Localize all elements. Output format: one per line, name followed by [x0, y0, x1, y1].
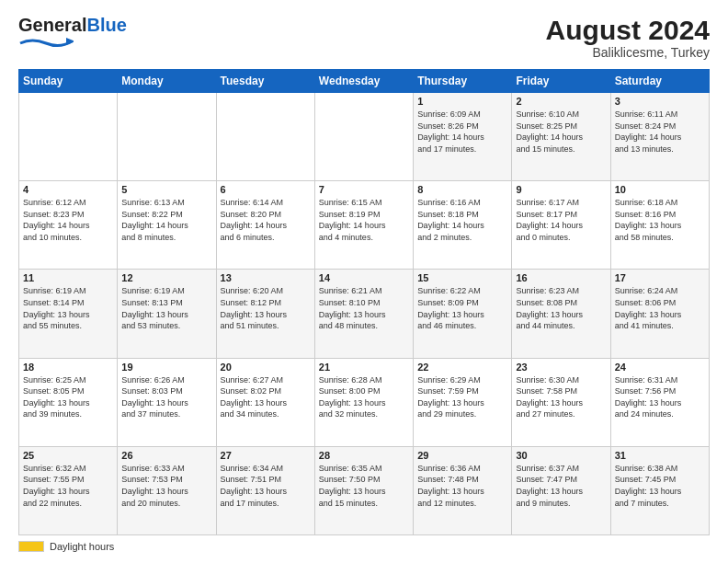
- day-number: 13: [221, 272, 311, 283]
- day-number: 21: [319, 362, 409, 373]
- footer-label: Daylight hours: [50, 541, 114, 552]
- day-info: Sunrise: 6:29 AM Sunset: 7:59 PM Dayligh…: [417, 374, 507, 420]
- table-row: 9Sunrise: 6:17 AM Sunset: 8:17 PM Daylig…: [512, 181, 610, 270]
- table-row: [216, 93, 314, 181]
- table-row: 14Sunrise: 6:21 AM Sunset: 8:10 PM Dayli…: [314, 270, 413, 358]
- table-row: 10Sunrise: 6:18 AM Sunset: 8:16 PM Dayli…: [610, 181, 709, 270]
- day-number: 26: [121, 450, 211, 461]
- day-number: 8: [417, 184, 507, 195]
- day-info: Sunrise: 6:12 AM Sunset: 8:23 PM Dayligh…: [23, 197, 113, 243]
- table-row: [118, 93, 216, 181]
- day-number: 9: [516, 184, 606, 195]
- day-info: Sunrise: 6:36 AM Sunset: 7:48 PM Dayligh…: [417, 463, 507, 509]
- col-tuesday: Tuesday: [216, 70, 314, 93]
- day-info: Sunrise: 6:33 AM Sunset: 7:53 PM Dayligh…: [121, 463, 211, 509]
- col-thursday: Thursday: [414, 70, 512, 93]
- day-number: 17: [615, 272, 705, 283]
- day-info: Sunrise: 6:34 AM Sunset: 7:51 PM Dayligh…: [221, 463, 311, 509]
- table-row: 12Sunrise: 6:19 AM Sunset: 8:13 PM Dayli…: [118, 270, 216, 358]
- calendar-week-1: 1Sunrise: 6:09 AM Sunset: 8:26 PM Daylig…: [19, 93, 710, 181]
- day-info: Sunrise: 6:11 AM Sunset: 8:24 PM Dayligh…: [615, 109, 705, 155]
- header: GeneralBlue August 2024 Baliklicesme, Tu…: [18, 15, 710, 60]
- table-row: 5Sunrise: 6:13 AM Sunset: 8:22 PM Daylig…: [118, 181, 216, 270]
- day-number: 31: [615, 450, 705, 461]
- table-row: 28Sunrise: 6:35 AM Sunset: 7:50 PM Dayli…: [314, 446, 413, 534]
- table-row: [19, 93, 118, 181]
- day-info: Sunrise: 6:19 AM Sunset: 8:13 PM Dayligh…: [121, 285, 211, 331]
- day-number: 11: [23, 272, 113, 283]
- table-row: 25Sunrise: 6:32 AM Sunset: 7:55 PM Dayli…: [19, 446, 118, 534]
- day-info: Sunrise: 6:37 AM Sunset: 7:47 PM Dayligh…: [516, 463, 606, 509]
- day-number: 25: [23, 450, 113, 461]
- day-number: 1: [417, 96, 507, 107]
- table-row: 3Sunrise: 6:11 AM Sunset: 8:24 PM Daylig…: [610, 93, 709, 181]
- logo-text: GeneralBlue: [18, 15, 127, 35]
- day-number: 6: [221, 184, 311, 195]
- table-row: 11Sunrise: 6:19 AM Sunset: 8:14 PM Dayli…: [19, 270, 118, 358]
- day-info: Sunrise: 6:25 AM Sunset: 8:05 PM Dayligh…: [23, 374, 113, 420]
- calendar-week-4: 18Sunrise: 6:25 AM Sunset: 8:05 PM Dayli…: [19, 358, 710, 446]
- day-number: 28: [319, 450, 409, 461]
- calendar-header-row: Sunday Monday Tuesday Wednesday Thursday…: [19, 70, 710, 93]
- day-number: 27: [221, 450, 311, 461]
- day-number: 5: [121, 184, 211, 195]
- table-row: 29Sunrise: 6:36 AM Sunset: 7:48 PM Dayli…: [414, 446, 512, 534]
- day-number: 16: [516, 272, 606, 283]
- table-row: 31Sunrise: 6:38 AM Sunset: 7:45 PM Dayli…: [610, 446, 709, 534]
- col-wednesday: Wednesday: [314, 70, 413, 93]
- table-row: 30Sunrise: 6:37 AM Sunset: 7:47 PM Dayli…: [512, 446, 610, 534]
- table-row: 27Sunrise: 6:34 AM Sunset: 7:51 PM Dayli…: [216, 446, 314, 534]
- day-number: 20: [221, 362, 311, 373]
- calendar-week-2: 4Sunrise: 6:12 AM Sunset: 8:23 PM Daylig…: [19, 181, 710, 270]
- day-info: Sunrise: 6:17 AM Sunset: 8:17 PM Dayligh…: [516, 197, 606, 243]
- day-info: Sunrise: 6:16 AM Sunset: 8:18 PM Dayligh…: [417, 197, 507, 243]
- table-row: 16Sunrise: 6:23 AM Sunset: 8:08 PM Dayli…: [512, 270, 610, 358]
- day-number: 15: [417, 272, 507, 283]
- table-row: 18Sunrise: 6:25 AM Sunset: 8:05 PM Dayli…: [19, 358, 118, 446]
- day-info: Sunrise: 6:21 AM Sunset: 8:10 PM Dayligh…: [319, 285, 409, 331]
- day-info: Sunrise: 6:26 AM Sunset: 8:03 PM Dayligh…: [121, 374, 211, 420]
- table-row: 21Sunrise: 6:28 AM Sunset: 8:00 PM Dayli…: [314, 358, 413, 446]
- day-number: 23: [516, 362, 606, 373]
- title-block: August 2024 Baliklicesme, Turkey: [546, 15, 710, 60]
- day-info: Sunrise: 6:38 AM Sunset: 7:45 PM Dayligh…: [615, 463, 705, 509]
- table-row: 1Sunrise: 6:09 AM Sunset: 8:26 PM Daylig…: [414, 93, 512, 181]
- day-info: Sunrise: 6:10 AM Sunset: 8:25 PM Dayligh…: [516, 109, 606, 155]
- day-number: 4: [23, 184, 113, 195]
- day-number: 2: [516, 96, 606, 107]
- day-info: Sunrise: 6:15 AM Sunset: 8:19 PM Dayligh…: [319, 197, 409, 243]
- table-row: 15Sunrise: 6:22 AM Sunset: 8:09 PM Dayli…: [414, 270, 512, 358]
- logo: GeneralBlue: [18, 15, 127, 54]
- table-row: 20Sunrise: 6:27 AM Sunset: 8:02 PM Dayli…: [216, 358, 314, 446]
- table-row: 26Sunrise: 6:33 AM Sunset: 7:53 PM Dayli…: [118, 446, 216, 534]
- table-row: 22Sunrise: 6:29 AM Sunset: 7:59 PM Dayli…: [414, 358, 512, 446]
- col-friday: Friday: [512, 70, 610, 93]
- footer: Daylight hours: [18, 541, 710, 552]
- day-number: 18: [23, 362, 113, 373]
- table-row: 24Sunrise: 6:31 AM Sunset: 7:56 PM Dayli…: [610, 358, 709, 446]
- day-info: Sunrise: 6:09 AM Sunset: 8:26 PM Dayligh…: [417, 109, 507, 155]
- day-info: Sunrise: 6:27 AM Sunset: 8:02 PM Dayligh…: [221, 374, 311, 420]
- table-row: 13Sunrise: 6:20 AM Sunset: 8:12 PM Dayli…: [216, 270, 314, 358]
- table-row: [314, 93, 413, 181]
- day-info: Sunrise: 6:18 AM Sunset: 8:16 PM Dayligh…: [615, 197, 705, 243]
- col-sunday: Sunday: [19, 70, 118, 93]
- day-number: 14: [319, 272, 409, 283]
- month-year: August 2024: [546, 15, 710, 45]
- day-number: 3: [615, 96, 705, 107]
- location: Baliklicesme, Turkey: [546, 45, 710, 60]
- day-info: Sunrise: 6:32 AM Sunset: 7:55 PM Dayligh…: [23, 463, 113, 509]
- table-row: 19Sunrise: 6:26 AM Sunset: 8:03 PM Dayli…: [118, 358, 216, 446]
- day-info: Sunrise: 6:31 AM Sunset: 7:56 PM Dayligh…: [615, 374, 705, 420]
- day-number: 19: [121, 362, 211, 373]
- table-row: 2Sunrise: 6:10 AM Sunset: 8:25 PM Daylig…: [512, 93, 610, 181]
- day-info: Sunrise: 6:35 AM Sunset: 7:50 PM Dayligh…: [319, 463, 409, 509]
- table-row: 23Sunrise: 6:30 AM Sunset: 7:58 PM Dayli…: [512, 358, 610, 446]
- table-row: 6Sunrise: 6:14 AM Sunset: 8:20 PM Daylig…: [216, 181, 314, 270]
- day-info: Sunrise: 6:24 AM Sunset: 8:06 PM Dayligh…: [615, 285, 705, 331]
- day-info: Sunrise: 6:23 AM Sunset: 8:08 PM Dayligh…: [516, 285, 606, 331]
- day-number: 29: [417, 450, 507, 461]
- calendar-table: Sunday Monday Tuesday Wednesday Thursday…: [18, 69, 710, 535]
- day-info: Sunrise: 6:19 AM Sunset: 8:14 PM Dayligh…: [23, 285, 113, 331]
- daylight-swatch: [18, 541, 44, 552]
